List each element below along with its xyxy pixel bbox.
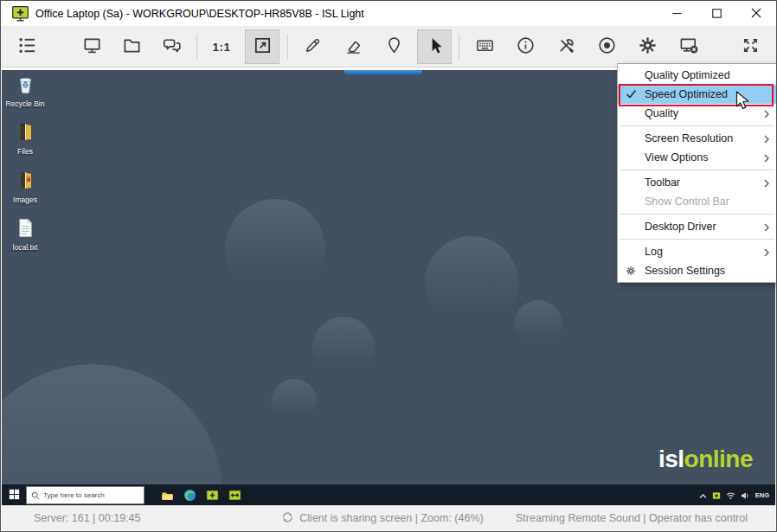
- menu-item-desktop-driver[interactable]: Desktop Driver: [618, 217, 776, 236]
- menu-item-screen-resolution[interactable]: Screen Resolution: [618, 129, 776, 148]
- titlebar[interactable]: Office Laptop (Sa) - WORKGROUP\DESKTOP-H…: [1, 1, 776, 27]
- system-info-button[interactable]: [508, 29, 543, 64]
- menu-item-quality-optimized[interactable]: Quality Optimized: [618, 66, 776, 85]
- desktop-icon-label: Recycle Bin: [6, 100, 45, 108]
- menu-item-speed-optimized[interactable]: Speed Optimized: [618, 85, 776, 104]
- edge-browser-taskbar-icon[interactable]: [178, 484, 201, 506]
- status-server-info: Server: 161 | 00:19:45: [2, 512, 140, 524]
- toolbar-separator: [459, 34, 459, 60]
- window-controls: [657, 1, 776, 26]
- statusbar: Server: 161 | 00:19:45 Client is sharing…: [2, 505, 775, 530]
- actual-size-label: 1:1: [212, 41, 230, 54]
- fit-screen-icon: [253, 35, 273, 59]
- menu-item-toolbar[interactable]: Toolbar: [618, 173, 776, 192]
- window-title: Office Laptop (Sa) - WORKGROUP\DESKTOP-H…: [35, 8, 364, 20]
- mouse-pointer-icon: [733, 90, 749, 115]
- tray-network-icon[interactable]: [726, 488, 735, 503]
- isl-light-taskbar-icon[interactable]: [201, 484, 223, 506]
- menu-item-quality[interactable]: Quality: [618, 104, 776, 123]
- desktop-icon-files[interactable]: Files: [4, 120, 46, 156]
- record-button[interactable]: [589, 29, 624, 64]
- cursor-arrow-icon: [425, 35, 445, 59]
- close-icon: [751, 6, 761, 22]
- chat-button[interactable]: [155, 29, 189, 64]
- taskbar-search[interactable]: [26, 486, 144, 504]
- tray-language-indicator[interactable]: ENG: [755, 491, 769, 499]
- toolbar: 1:1: [1, 27, 776, 67]
- tray-chevron-icon[interactable]: [699, 488, 707, 503]
- background-bubble: [514, 300, 562, 349]
- tools-icon: [556, 35, 576, 59]
- monitor-close-icon: [679, 35, 699, 59]
- submenu-arrow-icon: [764, 222, 769, 231]
- keyboard-icon: [475, 35, 495, 59]
- isl-light-window: Office Laptop (Sa) - WORKGROUP\DESKTOP-H…: [0, 0, 777, 532]
- menu-item-log[interactable]: Log: [618, 242, 776, 261]
- file-explorer-taskbar-icon[interactable]: [156, 484, 178, 506]
- tray-volume-icon[interactable]: [741, 488, 750, 503]
- menu-separator: [620, 125, 774, 126]
- record-icon: [597, 35, 617, 59]
- chat-icon: [163, 35, 183, 59]
- draw-button[interactable]: [295, 29, 330, 64]
- submenu-arrow-icon: [764, 247, 769, 256]
- search-input[interactable]: [43, 491, 139, 499]
- admin-tools-button[interactable]: [549, 29, 583, 64]
- monitor-button[interactable]: [74, 29, 109, 64]
- fit-screen-button[interactable]: [245, 29, 279, 64]
- settings-button[interactable]: [630, 29, 665, 64]
- keyboard-button[interactable]: [467, 29, 502, 64]
- menu-item-show-control-bar: Show Control Bar: [618, 192, 776, 211]
- toolbar-separator: [287, 34, 288, 60]
- file-transfer-button[interactable]: [114, 29, 149, 64]
- laser-pointer-button[interactable]: [376, 29, 411, 64]
- remote-taskbar: ENG: [2, 484, 775, 506]
- folder-icon: [122, 35, 142, 59]
- close-button[interactable]: [736, 1, 776, 26]
- minimize-button[interactable]: [657, 1, 697, 26]
- files-folder-icon: [14, 120, 37, 147]
- sync-icon: [281, 511, 293, 526]
- maximize-button[interactable]: [697, 1, 736, 26]
- submenu-arrow-icon: [764, 153, 769, 162]
- desktop-icon-label: Files: [17, 148, 33, 156]
- start-button[interactable]: [2, 484, 26, 506]
- minimize-icon: [672, 6, 682, 22]
- desktop-icon-images[interactable]: Images: [4, 169, 46, 204]
- menu-item-session-settings[interactable]: Session Settings: [618, 261, 776, 280]
- gear-icon: [626, 266, 636, 276]
- erase-button[interactable]: [336, 29, 370, 64]
- background-bubble: [225, 199, 325, 299]
- background-bubble: [425, 236, 518, 330]
- submenu-arrow-icon: [764, 178, 769, 187]
- end-session-button[interactable]: [671, 29, 706, 64]
- tray-isl-icon[interactable]: [712, 488, 721, 503]
- menu-separator: [620, 239, 774, 240]
- cursor-button[interactable]: [417, 29, 452, 64]
- fullscreen-icon: [741, 35, 761, 59]
- desktop-icon-recycle-bin[interactable]: Recycle Bin: [4, 73, 46, 108]
- islonline-logo: islonline: [658, 445, 753, 473]
- search-icon: [31, 488, 40, 503]
- desktop-icon-label: Images: [13, 196, 37, 204]
- actual-size-button[interactable]: 1:1: [204, 29, 239, 64]
- text-file-icon: [14, 216, 37, 243]
- background-bubble: [272, 379, 317, 424]
- status-sound-control-info: Streaming Remote Sound | Operator has co…: [516, 512, 775, 524]
- recycle-bin-icon: [14, 73, 37, 99]
- fullscreen-button[interactable]: [733, 29, 767, 64]
- menu-item-view-options[interactable]: View Options: [618, 148, 776, 167]
- desktop-icon-local-txt[interactable]: local.txt: [4, 216, 46, 252]
- desktop-icon-label: local.txt: [13, 244, 38, 252]
- session-list-button[interactable]: [10, 29, 44, 64]
- isl-transfer-taskbar-icon[interactable]: [223, 484, 246, 506]
- checkmark-icon: [626, 88, 637, 99]
- maximize-icon: [712, 6, 722, 22]
- control-bar-tab[interactable]: [344, 70, 422, 75]
- isl-light-app-icon: [12, 6, 29, 22]
- status-sharing-info: Client is sharing screen | Zoom: (46%): [281, 511, 483, 526]
- pointer-pin-icon: [384, 35, 404, 59]
- desktop-icons: Recycle Bin Files: [4, 73, 46, 252]
- info-icon: [516, 35, 536, 59]
- pencil-icon: [303, 35, 323, 59]
